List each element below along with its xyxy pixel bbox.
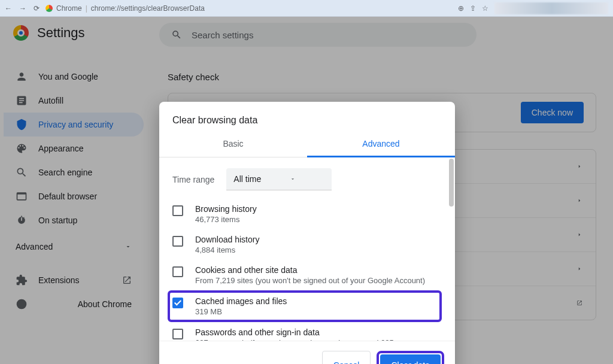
time-range-label: Time range [172, 175, 214, 184]
share-icon[interactable]: ⇪ [470, 4, 476, 13]
option-title: Download history [195, 235, 259, 244]
settings-page: Settings Search settings You and Google … [0, 17, 613, 364]
zoom-icon[interactable]: ⊕ [458, 4, 464, 13]
chrome-icon [45, 5, 53, 12]
chrome-label: Chrome [56, 4, 82, 13]
checkbox[interactable] [172, 205, 183, 216]
time-range-row: Time range All time [172, 157, 442, 199]
checkbox[interactable] [172, 266, 183, 277]
checkbox[interactable] [172, 236, 183, 247]
clear-data-button[interactable]: Clear data [380, 354, 441, 364]
option-browsing-history[interactable]: Browsing history 46,773 items [172, 199, 442, 229]
option-download-history[interactable]: Download history 4,884 items [172, 229, 442, 260]
dialog-footer: Cancel Clear data [159, 341, 455, 364]
checkbox-checked[interactable] [172, 298, 183, 308]
time-range-select[interactable]: All time [226, 168, 332, 190]
dialog-tabs: Basic Advanced [159, 132, 455, 157]
highlighted-clear-button: Clear data [377, 351, 444, 364]
bookmark-icon[interactable]: ☆ [482, 4, 488, 13]
url-text: chrome://settings/clearBrowserData [91, 4, 205, 13]
option-subtitle: From 7,219 sites (you won't be signed ou… [195, 276, 425, 285]
option-title: Passwords and other sign-in data [195, 327, 442, 337]
reload-icon[interactable]: ⟳ [34, 4, 40, 13]
option-subtitle: 627 passwords (for agoda.com, shareasale… [195, 338, 442, 341]
dialog-title: Clear browsing data [159, 102, 455, 132]
back-icon[interactable]: ← [5, 4, 12, 13]
clear-browsing-data-dialog: Clear browsing data Basic Advanced Time … [159, 102, 455, 364]
dropdown-icon [290, 176, 296, 182]
highlighted-option: Cached images and files 319 MB [168, 290, 442, 322]
forward-icon[interactable]: → [19, 4, 26, 13]
option-subtitle: 4,884 items [195, 245, 259, 254]
time-range-value: All time [233, 174, 261, 184]
tab-basic[interactable]: Basic [159, 132, 307, 157]
browser-toolbar: ← → ⟳ Chrome | chrome://settings/clearBr… [0, 0, 613, 17]
profile-extensions-area[interactable] [494, 2, 608, 14]
option-cookies[interactable]: Cookies and other site data From 7,219 s… [172, 260, 442, 290]
scrollbar-thumb[interactable] [449, 159, 454, 207]
option-cached-images[interactable]: Cached images and files 319 MB [172, 295, 435, 317]
option-subtitle: 46,773 items [195, 215, 257, 224]
address-bar[interactable]: Chrome | chrome://settings/clearBrowserD… [45, 4, 452, 13]
toolbar-right: ⊕ ⇪ ☆ [458, 2, 608, 14]
option-passwords[interactable]: Passwords and other sign-in data 627 pas… [172, 322, 442, 341]
option-title: Cached images and files [195, 296, 287, 306]
option-title: Cookies and other site data [195, 265, 425, 275]
option-subtitle: 319 MB [195, 307, 287, 316]
checkbox[interactable] [172, 329, 183, 339]
cancel-button[interactable]: Cancel [322, 351, 371, 364]
tab-advanced[interactable]: Advanced [307, 132, 455, 157]
option-title: Browsing history [195, 204, 257, 214]
dialog-body: Time range All time Browsing history 46,… [159, 157, 455, 341]
